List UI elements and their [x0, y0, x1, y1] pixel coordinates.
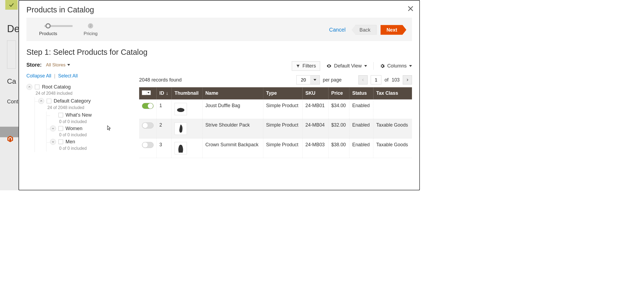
thumbnail	[175, 103, 187, 115]
select-all-dropdown[interactable]	[146, 90, 151, 95]
grid-header-thumbnail[interactable]: Thumbnail	[172, 87, 202, 99]
next-page-button[interactable]	[403, 75, 412, 84]
grid-header-price[interactable]: Price	[328, 87, 350, 99]
select-all-link[interactable]: Select All	[58, 73, 78, 79]
records-found: 2048 records found	[139, 77, 182, 83]
select-all-checkbox[interactable]	[142, 90, 146, 95]
close-button[interactable]	[407, 5, 414, 13]
cell-tax: Taxable Goods	[373, 138, 412, 158]
cell-type: Simple Product	[263, 99, 302, 119]
tree-checkbox[interactable]	[58, 113, 63, 117]
cell-status: Enabled	[349, 99, 373, 119]
tree-node-count: 24 of 2048 included	[47, 105, 136, 110]
row-toggle[interactable]	[142, 142, 154, 148]
default-view-label: Default View	[334, 63, 362, 69]
tree-actions: Collapse All | Select All	[26, 73, 136, 79]
select-all-control[interactable]	[142, 90, 151, 96]
grid-header-select[interactable]	[139, 87, 156, 99]
chevron-down-icon	[67, 64, 70, 66]
tree-toggle[interactable]	[50, 125, 56, 131]
tree-node-label: What's New	[66, 112, 92, 118]
page-size-select[interactable]	[296, 75, 320, 84]
wizard-step-pricing[interactable]: 2 Pricing	[83, 23, 98, 36]
col-label: ID	[159, 91, 164, 96]
table-row[interactable]: 1 Joust Duffle Bag Simple Product 24-MB0…	[139, 99, 412, 119]
table-row[interactable]: 3 Crown Summit Backpack Simple Product 2…	[139, 138, 412, 158]
wizard-strip: Products 2 Pricing Cancel Back Next	[26, 18, 412, 41]
bag-icon	[177, 143, 185, 153]
store-selector[interactable]: All Stores	[46, 62, 70, 67]
chevron-down-icon	[147, 92, 150, 93]
wizard-step-products[interactable]: Products	[39, 23, 57, 36]
cell-tax: Taxable Goods	[373, 119, 412, 138]
cancel-link[interactable]: Cancel	[327, 25, 348, 34]
tree-toggle[interactable]	[50, 139, 56, 145]
chevron-left-icon	[361, 78, 365, 82]
wizard-actions: Cancel Back Next	[327, 25, 407, 35]
grid-header-name[interactable]: Name	[202, 87, 263, 99]
grid-header-status[interactable]: Status	[349, 87, 373, 99]
eye-icon	[326, 63, 332, 69]
cell-status: Enabled	[349, 119, 373, 138]
tree-checkbox[interactable]	[58, 126, 63, 131]
chevron-down-icon	[52, 140, 54, 143]
grid-header-sku[interactable]: SKU	[303, 87, 328, 99]
filters-label: Filters	[303, 63, 316, 69]
prev-page-button[interactable]	[358, 75, 368, 84]
page-size-input[interactable]	[296, 75, 310, 84]
thumbnail	[175, 123, 187, 135]
cell-price: $38.00	[328, 138, 350, 158]
tree-checkbox[interactable]	[35, 85, 39, 89]
cell-name: Crown Summit Backpack	[202, 138, 263, 158]
separator	[373, 62, 374, 70]
tree-node-default: Default Category 24 of 2048 included Wha…	[38, 97, 136, 152]
collapse-all-link[interactable]: Collapse All	[26, 73, 51, 79]
close-icon	[407, 5, 414, 13]
step-circle-icon	[45, 23, 51, 29]
tree-toggle-spacer	[50, 112, 56, 118]
grid-body: 1 Joust Duffle Bag Simple Product 24-MB0…	[139, 99, 412, 158]
page-size-dropdown[interactable]	[310, 75, 320, 84]
grid-header-id[interactable]: ID↓	[156, 87, 172, 99]
thumbnail	[175, 142, 187, 154]
gear-icon	[380, 63, 385, 68]
table-row[interactable]: 2 Strive Shoulder Pack Simple Product 24…	[139, 119, 412, 138]
tree-toggle[interactable]	[26, 84, 32, 90]
step-heading: Step 1: Select Products for Catalog	[19, 41, 419, 60]
bag-icon	[176, 106, 185, 113]
chevron-down-icon	[364, 65, 367, 67]
row-toggle[interactable]	[142, 123, 154, 128]
cell-id: 1	[156, 99, 172, 119]
grid-toolbar: Filters Default View Columns	[139, 60, 412, 75]
total-pages: 103	[392, 77, 400, 83]
wizard-steps: Products 2 Pricing	[39, 23, 98, 36]
tree-node-count: 0 of 0 included	[59, 119, 136, 124]
tree-toggle[interactable]	[38, 98, 44, 104]
sort-down-icon: ↓	[166, 91, 168, 96]
columns-button[interactable]: Columns	[380, 63, 412, 69]
tree-checkbox[interactable]	[47, 99, 51, 103]
store-label: Store:	[26, 62, 42, 68]
current-page-input[interactable]	[371, 75, 381, 84]
chevron-right-icon	[406, 78, 409, 82]
tree-checkbox[interactable]	[58, 140, 63, 144]
tree-node-label: Men	[66, 139, 75, 145]
step-circle-icon: 2	[88, 23, 93, 29]
cell-tax	[373, 99, 412, 119]
cell-id: 2	[156, 119, 172, 138]
toggle-knob	[142, 142, 148, 148]
chevron-up-icon	[28, 86, 31, 88]
svg-point-0	[177, 108, 184, 112]
filters-button[interactable]: Filters	[292, 61, 320, 71]
chevron-down-icon	[314, 79, 316, 81]
grid-header-type[interactable]: Type	[263, 87, 302, 99]
left-column: Store: All Stores Collapse All | Select …	[26, 60, 136, 153]
default-view-button[interactable]: Default View	[326, 63, 367, 69]
pager: per page of 103	[296, 75, 412, 84]
cell-type: Simple Product	[263, 119, 302, 138]
next-button[interactable]: Next	[381, 25, 407, 35]
row-toggle[interactable]	[142, 103, 154, 109]
cell-price: $32.00	[328, 119, 350, 138]
grid-header-tax[interactable]: Tax Class	[373, 87, 412, 99]
back-button[interactable]: Back	[351, 25, 377, 35]
